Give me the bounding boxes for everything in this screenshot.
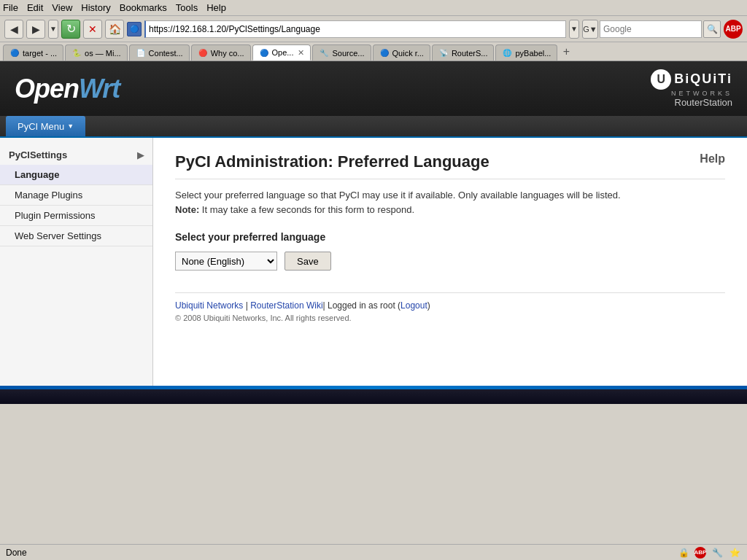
tab-favicon-6: 🔵 <box>379 48 390 58</box>
sidebar-item-label-plugins: Manage Plugins <box>15 190 82 201</box>
sidebar-item-language[interactable]: Language <box>0 165 152 185</box>
logo-open: Open <box>15 74 79 104</box>
footer-close-paren: ) <box>427 300 430 311</box>
tab-7[interactable]: 📡 RouterS... <box>432 44 495 61</box>
router-station-text: RouterStation <box>675 97 733 108</box>
page-border-dark <box>0 389 747 404</box>
page-title: PyCI Administration: Preferred Language <box>175 152 489 171</box>
help-link[interactable]: Help <box>700 152 725 166</box>
pyci-menu-item[interactable]: PyCI Menu ▼ <box>6 116 85 136</box>
tab-label-5: Source... <box>332 49 364 58</box>
tab-2[interactable]: 📄 Contest... <box>129 44 190 61</box>
sidebar-item-label-permissions: Plugin Permissions <box>15 210 96 221</box>
sidebar-item-label-language: Language <box>15 169 59 180</box>
search-engine-icon[interactable]: G▼ <box>582 20 598 39</box>
sidebar-item-label-webserver: Web Server Settings <box>15 230 101 241</box>
sidebar-item-manage-plugins[interactable]: Manage Plugins <box>0 185 152 206</box>
nav-menu: PyCI Menu ▼ <box>0 116 747 138</box>
menu-help[interactable]: Help <box>206 2 226 13</box>
note-text: It may take a few seconds for this form … <box>199 204 414 215</box>
tab-label-1: os — Mi... <box>85 49 121 58</box>
language-select[interactable]: None (English) <box>175 252 277 271</box>
address-input[interactable] <box>144 20 566 38</box>
ubiquiti-networks-link[interactable]: Ubiquiti Networks <box>175 300 243 311</box>
logout-link[interactable]: Logout <box>400 300 427 311</box>
pyci-menu-label: PyCI Menu <box>18 121 64 132</box>
sidebar: PyClSettings ▶ Language Manage Plugins P… <box>0 138 153 386</box>
tab-label-3: Why co... <box>211 49 244 58</box>
forward-dropdown[interactable]: ▼ <box>48 20 58 39</box>
search-input[interactable] <box>600 20 702 38</box>
logo-wrt: Wrt <box>79 74 120 104</box>
statusbar-lock-icon: 🔒 <box>677 546 690 559</box>
description-text: Select your preferred language so that P… <box>175 190 621 201</box>
save-button[interactable]: Save <box>285 252 331 271</box>
tabs-bar: 🔵 target - ... 🐍 os — Mi... 📄 Contest...… <box>0 42 747 61</box>
adblock-button[interactable]: ABP <box>724 20 743 39</box>
back-button[interactable]: ◀ <box>4 20 23 39</box>
tab-label-4: Ope... <box>272 48 294 57</box>
content-description: Select your preferred language so that P… <box>175 188 725 217</box>
reload-button[interactable]: ↻ <box>61 20 80 39</box>
tab-6[interactable]: 🔵 Quick r... <box>373 44 430 61</box>
sidebar-title: PyClSettings ▶ <box>0 145 152 165</box>
content-area: PyCI Administration: Preferred Language … <box>153 138 747 386</box>
search-go-button[interactable]: 🔍 <box>703 20 721 38</box>
tab-1[interactable]: 🐍 os — Mi... <box>65 44 128 61</box>
tab-close-4[interactable]: ✕ <box>298 48 304 58</box>
address-bar-wrapper: 🔵 ▼ <box>127 20 579 39</box>
note-prefix: Note: <box>175 204 199 215</box>
networks-text: NETWORKS <box>671 90 732 97</box>
search-wrapper: G▼ 🔍 <box>582 20 721 39</box>
page-content: OpenWrt U BiQUiTi NETWORKS RouterStation… <box>0 61 747 404</box>
pyci-menu-chevron: ▼ <box>67 122 74 130</box>
tab-label-7: RouterS... <box>452 49 488 58</box>
menu-edit[interactable]: Edit <box>27 2 43 13</box>
tab-4[interactable]: 🔵 Ope... ✕ <box>252 44 311 61</box>
tab-0[interactable]: 🔵 target - ... <box>3 44 63 61</box>
address-dropdown[interactable]: ▼ <box>569 20 579 39</box>
forward-button[interactable]: ▶ <box>26 20 45 39</box>
menu-history[interactable]: History <box>81 2 110 13</box>
menu-view[interactable]: View <box>52 2 72 13</box>
tab-favicon-8: 🌐 <box>502 48 512 58</box>
tab-favicon-2: 📄 <box>136 48 146 58</box>
tab-favicon-4: 🔵 <box>259 47 269 58</box>
ubiquiti-logo: U BiQUiTi NETWORKS RouterStation <box>651 69 732 108</box>
browser-toolbar: ◀ ▶ ▼ ↻ ✕ 🏠 🔵 ▼ G▼ 🔍 ABP <box>0 16 747 42</box>
statusbar-star-icon: ⭐ <box>728 546 741 559</box>
menu-tools[interactable]: Tools <box>176 2 198 13</box>
sidebar-title-text: PyClSettings <box>9 149 67 160</box>
footer-separator-1: | <box>243 300 250 311</box>
tab-3[interactable]: 🔴 Why co... <box>191 44 251 61</box>
tab-favicon-0: 🔵 <box>9 48 20 58</box>
statusbar: Done 🔒 ABP 🔧 ⭐ <box>0 544 747 560</box>
tab-label-0: target - ... <box>23 49 57 58</box>
sidebar-item-plugin-permissions[interactable]: Plugin Permissions <box>0 206 152 226</box>
openwrt-header: OpenWrt U BiQUiTi NETWORKS RouterStation <box>0 61 747 116</box>
content-header: PyCI Administration: Preferred Language … <box>175 152 725 179</box>
statusbar-abp-icon: ABP <box>694 547 706 559</box>
sidebar-item-web-server-settings[interactable]: Web Server Settings <box>0 226 152 246</box>
new-tab-button[interactable]: + <box>559 44 573 59</box>
address-favicon: 🔵 <box>127 22 142 36</box>
content-footer: Ubiquiti Networks | RouterStation Wiki| … <box>175 292 725 322</box>
browser-menu: File Edit View History Bookmarks Tools H… <box>0 0 747 16</box>
footer-copyright: © 2008 Ubiquiti Networks, Inc. All right… <box>175 314 725 322</box>
stop-button[interactable]: ✕ <box>83 20 102 39</box>
tab-label-6: Quick r... <box>392 49 424 58</box>
home-button[interactable]: 🏠 <box>105 20 124 39</box>
menu-file[interactable]: File <box>3 2 18 13</box>
language-form-row: None (English) Save <box>175 252 725 271</box>
tab-5[interactable]: 🔧 Source... <box>312 44 371 61</box>
menu-bookmarks[interactable]: Bookmarks <box>120 2 167 13</box>
tab-favicon-7: 📡 <box>438 48 449 58</box>
tab-label-8: pyBabel... <box>515 49 551 58</box>
footer-links: Ubiquiti Networks | RouterStation Wiki| … <box>175 300 725 311</box>
routerstation-wiki-link[interactable]: RouterStation Wiki <box>250 300 322 311</box>
status-text: Done <box>6 548 27 558</box>
tab-8[interactable]: 🌐 pyBabel... <box>495 44 557 61</box>
footer-logged-in: | Logged in as root ( <box>323 300 401 311</box>
sidebar-arrow: ▶ <box>137 150 144 160</box>
section-label: Select your preferred language <box>175 231 725 243</box>
